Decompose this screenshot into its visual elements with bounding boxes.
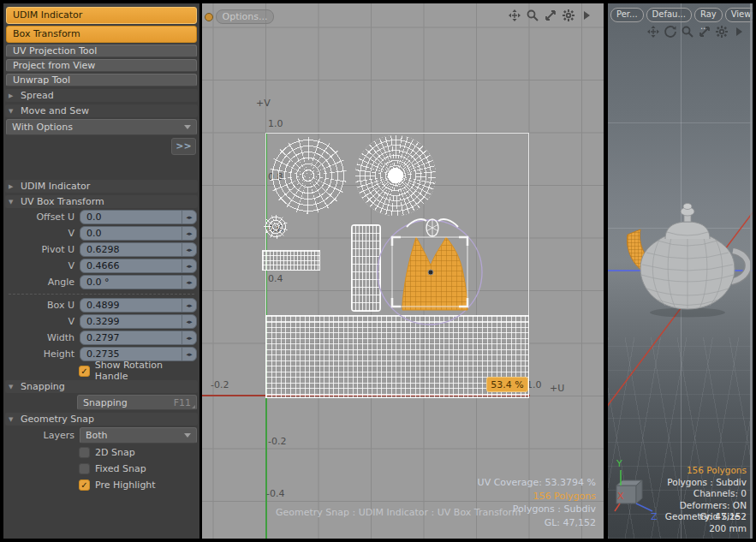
field-row: Offset U 0.0 ◂▸	[6, 210, 197, 224]
section-header-udim-indicator[interactable]: ▶ UDIM Indicator	[5, 180, 198, 193]
maximize-icon[interactable]	[544, 9, 557, 22]
field-label: V	[6, 316, 80, 327]
uv-selection-overlay[interactable]	[369, 209, 497, 329]
chevron-down-icon	[184, 125, 191, 129]
orbit-icon[interactable]	[664, 25, 677, 39]
tab-perspective[interactable]: Per...	[610, 8, 644, 22]
axis-orientation-widget: Y X Z	[608, 455, 659, 532]
field-row: Pivot U 0.6298 ◂▸	[6, 242, 197, 257]
spinner-icon[interactable]: ◂▸	[182, 331, 196, 344]
viewport-state-icon[interactable]	[205, 13, 213, 21]
uv-island-lid-wireframe[interactable]	[270, 137, 347, 214]
2d-snap-checkbox[interactable]	[79, 447, 90, 458]
spinner-icon[interactable]: ◂▸	[182, 227, 196, 240]
zoom-icon[interactable]	[681, 25, 694, 39]
layers-dropdown[interactable]: Both	[80, 427, 197, 444]
expanded-triangle-icon: ▼	[9, 416, 21, 423]
field-row: V 0.4666 ◂▸	[6, 259, 197, 273]
popup-indicator-icon	[192, 405, 195, 408]
box-u-field[interactable]: 0.4899 ◂▸	[80, 298, 197, 313]
axis-y-label: Y	[616, 458, 622, 469]
perspective-3d-viewport[interactable]: Per... Defau... Ray ... Viewp...	[608, 3, 753, 539]
zoom-icon[interactable]	[526, 9, 539, 22]
polygon-count: 156 Polygons	[665, 465, 747, 477]
pivot-u-field[interactable]: 0.6298 ◂▸	[80, 242, 197, 257]
geometry-count-line: Geometry: 47,152 Grid Size :	[665, 511, 747, 523]
uv-editor-viewport[interactable]: +V 1.0 0.8 0.6 0.4 -0.2 -0.4 -0.2 1.0 +U	[202, 3, 604, 539]
uv-island-knob-wireframe[interactable]	[264, 215, 288, 239]
axis-tick-label: -0.2	[211, 379, 229, 390]
expand-more-button[interactable]: >>	[171, 138, 196, 155]
field-label: Box U	[6, 300, 80, 311]
transform-corner-handle[interactable]	[459, 237, 467, 246]
more-arrow-icon[interactable]	[580, 9, 593, 22]
field-row: Height 0.2735 ◂▸	[6, 347, 197, 361]
deformers-state: Deformers: ON	[665, 500, 747, 512]
section-header-spread[interactable]: ▶ Spread	[5, 89, 198, 102]
transform-corner-handle[interactable]	[392, 237, 401, 246]
offset-u-field[interactable]: 0.0 ◂▸	[80, 210, 197, 224]
offset-v-field[interactable]: 0.0 ◂▸	[80, 226, 197, 241]
settings-gear-icon[interactable]	[715, 25, 729, 39]
sew-mode-dropdown[interactable]: With Options	[6, 119, 197, 135]
section-header-snapping[interactable]: ▼ Snapping	[5, 380, 198, 393]
show-rotation-handle-checkbox[interactable]: ✓	[79, 366, 90, 377]
pan-icon[interactable]	[508, 9, 521, 22]
options-button[interactable]: Options...	[216, 9, 274, 24]
collapsed-triangle-icon: ▶	[9, 92, 21, 99]
field-value: 0.2797	[86, 332, 120, 343]
width-field[interactable]: 0.2797 ◂▸	[80, 331, 197, 345]
maximize-icon[interactable]	[698, 25, 711, 39]
selected-uv-island[interactable]	[402, 237, 467, 310]
pivot-point[interactable]	[428, 270, 433, 275]
spinner-icon[interactable]: ◂▸	[182, 348, 196, 360]
snapping-button[interactable]: Snapping F11	[77, 395, 197, 410]
spinner-icon[interactable]: ◂▸	[182, 315, 196, 328]
section-label: Geometry Snap	[21, 414, 94, 425]
layers-row: Layers Both	[6, 428, 197, 443]
pre-highlight-checkbox[interactable]: ✓	[79, 479, 90, 491]
uv-island-strip-wireframe[interactable]	[262, 250, 320, 271]
tool-button-project-from-view[interactable]: Project from View	[6, 59, 197, 72]
transform-corner-handle[interactable]	[392, 298, 401, 307]
tab-ray[interactable]: Ray ...	[694, 8, 723, 22]
spinner-icon[interactable]: ◂▸	[182, 211, 196, 223]
checkbox-label: Pre Highlight	[95, 479, 156, 491]
field-value: 0.3299	[86, 316, 120, 327]
tool-button-udim-indicator[interactable]: UDIM Indicator	[6, 7, 197, 24]
uv-island-base-wireframe[interactable]	[355, 135, 436, 216]
box-v-field[interactable]: 0.3299 ◂▸	[80, 314, 197, 329]
field-row: Box U 0.4899 ◂▸	[6, 298, 197, 313]
field-label: Pivot U	[6, 244, 80, 255]
fixed-snap-checkbox[interactable]	[79, 463, 90, 474]
settings-gear-icon[interactable]	[562, 9, 575, 22]
pan-icon[interactable]	[646, 25, 660, 39]
field-value: 0.4666	[86, 260, 120, 271]
angle-field[interactable]: 0.0 ° ◂▸	[80, 275, 197, 289]
height-field[interactable]: 0.2735 ◂▸	[80, 347, 197, 361]
checkbox-label: Show Rotation Handle	[95, 360, 197, 382]
more-arrow-icon[interactable]	[732, 25, 746, 39]
tool-button-unwrap[interactable]: Unwrap Tool	[6, 74, 197, 86]
spinner-icon[interactable]: ◂▸	[182, 299, 196, 312]
section-header-move-and-sew[interactable]: ▼ Move and Sew	[5, 104, 198, 117]
pivot-v-field[interactable]: 0.4666 ◂▸	[80, 259, 197, 273]
spinner-icon[interactable]: ◂▸	[182, 259, 196, 272]
spinner-icon[interactable]: ◂▸	[182, 243, 196, 256]
field-value: 0.6298	[86, 244, 120, 255]
section-header-geometry-snap[interactable]: ▼ Geometry Snap	[5, 413, 198, 426]
checkbox-label: 2D Snap	[95, 447, 135, 458]
axis-label-plus-u: +U	[550, 383, 564, 394]
button-label: Snapping	[83, 397, 128, 408]
tab-viewport[interactable]: Viewp...	[725, 8, 753, 22]
tab-default[interactable]: Defau...	[646, 8, 692, 22]
collapsed-triangle-icon: ▶	[9, 183, 21, 190]
section-label: UDIM Indicator	[21, 181, 90, 192]
uv-coverage-text: UV Coverage: 53.3794 %	[478, 476, 596, 490]
checkbox-label: Fixed Snap	[95, 463, 146, 474]
tool-button-uv-projection[interactable]: UV Projection Tool	[6, 45, 197, 57]
teapot-model[interactable]	[621, 188, 753, 342]
section-header-uv-box-transform[interactable]: ▼ UV Box Transform	[5, 195, 198, 208]
spinner-icon[interactable]: ◂▸	[182, 276, 196, 289]
tool-button-box-transform[interactable]: Box Transform	[6, 26, 197, 43]
